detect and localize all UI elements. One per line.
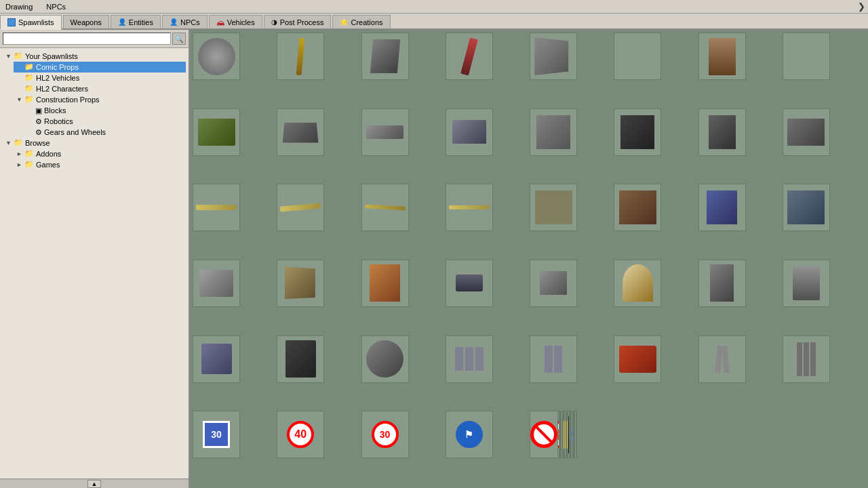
grid-cell-7[interactable] <box>783 33 830 80</box>
grid-cell-28[interactable] <box>530 260 577 307</box>
tab-weapons[interactable]: Weapons <box>63 15 109 28</box>
grid-cell-2[interactable] <box>361 33 409 80</box>
grid-cell-34[interactable] <box>361 336 409 383</box>
tree-item-games[interactable]: ► 📁 Games <box>14 159 186 170</box>
tab-creations[interactable]: ⭐ Creations <box>332 15 390 28</box>
tree-item-robotics[interactable]: ⚙ Robotics <box>24 116 186 127</box>
grid-cell-17[interactable] <box>277 184 324 231</box>
tab-creations-label: Creations <box>351 18 382 26</box>
grid-cell-37[interactable] <box>614 336 661 383</box>
grid-cell-38[interactable] <box>698 336 746 383</box>
grid-cell-26[interactable] <box>361 260 409 307</box>
cell-inner-9 <box>283 123 319 143</box>
grid-cell-4[interactable] <box>530 33 577 80</box>
grid-cell-1[interactable] <box>277 33 324 80</box>
grid-cell-32[interactable] <box>193 336 240 383</box>
grid-cell-33[interactable] <box>277 336 324 383</box>
grid-cell-15[interactable] <box>783 108 830 156</box>
tree-item-comic-props[interactable]: 📁 Comic Props <box>14 62 186 73</box>
robotics-icon: ⚙ <box>35 117 42 126</box>
cell-inner-11 <box>452 120 486 144</box>
tree-label-hl2v: HL2 Vehicles <box>36 74 79 82</box>
tree-item-construction[interactable]: ▼ 📁 Construction Props <box>14 94 186 105</box>
grid-cell-10[interactable] <box>361 108 409 156</box>
tab-entities[interactable]: 👤 Entities <box>111 15 161 28</box>
tab-bar: Spawnlists Weapons 👤 Entities 👤 NPCs 🚗 V… <box>0 14 868 30</box>
grid-cell-5[interactable] <box>614 33 661 80</box>
grid-cell-30[interactable] <box>698 260 746 307</box>
tab-weapons-label: Weapons <box>71 18 102 26</box>
grid-cell-35[interactable] <box>446 336 493 383</box>
grid-cell-21[interactable] <box>614 184 661 231</box>
tree-view: ▼ 📁 Your Spawnlists 📁 Comic Props 📁 HL2 … <box>0 48 189 479</box>
grid-cell-6[interactable] <box>698 33 746 80</box>
spawnlists-icon <box>7 18 16 26</box>
cell-inner-35 <box>449 339 490 380</box>
tree-item-hl2-vehicles[interactable]: 📁 HL2 Vehicles <box>14 73 186 83</box>
grid-cell-18[interactable] <box>361 184 409 231</box>
grid-cell-55[interactable] <box>574 411 576 458</box>
cell-inner-44 <box>530 414 557 455</box>
grid-cell-16[interactable] <box>193 184 240 231</box>
tree-item-gears[interactable]: ⚙ Gears and Wheels <box>24 127 186 138</box>
grid-cell-24[interactable] <box>193 260 240 307</box>
grid-cell-22[interactable] <box>698 184 746 231</box>
bottom-left-btn[interactable]: ▲ <box>87 480 101 488</box>
tab-npcs[interactable]: 👤 NPCs <box>162 15 208 28</box>
grid-cell-12[interactable] <box>530 108 577 156</box>
tree-label-addons: Addons <box>36 150 61 158</box>
grid-cell-44[interactable]: ⛔ Е К Д <box>530 411 577 458</box>
tree-item-blocks[interactable]: ▣ Blocks <box>24 105 186 116</box>
cell-inner-17 <box>280 203 321 212</box>
grid-cell-36[interactable] <box>530 336 577 383</box>
cell-inner-15 <box>787 119 825 146</box>
folder-icon-addons: 📁 <box>24 149 34 159</box>
cell-inner-38 <box>702 339 743 380</box>
grid-cell-8[interactable] <box>193 108 240 156</box>
tab-vehicles[interactable]: 🚗 Vehicles <box>209 15 262 28</box>
tree-label-spawnlists: Your Spawnlists <box>25 52 78 60</box>
grid-cell-14[interactable] <box>698 108 746 156</box>
grid-cell-20[interactable] <box>530 184 577 231</box>
tree-item-spawnlists[interactable]: ▼ 📁 Your Spawnlists <box>3 51 186 62</box>
cell-inner-13 <box>620 115 654 149</box>
grid-cell-9[interactable] <box>277 108 324 156</box>
menu-npcs[interactable]: NPCs <box>43 3 68 11</box>
grid-cell-27[interactable] <box>446 260 493 307</box>
grid-cell-13[interactable] <box>614 108 661 156</box>
cell-inner-28 <box>540 271 567 295</box>
grid-cell-29[interactable] <box>614 260 661 307</box>
tree-label-browse: Browse <box>25 139 50 147</box>
tree-item-addons[interactable]: ► 📁 Addons <box>14 148 186 159</box>
grid-cell-31[interactable] <box>783 260 830 307</box>
tab-postprocess[interactable]: ◑ Post Process <box>264 15 332 28</box>
folder-icon-spawnlists: 📁 <box>14 52 23 61</box>
grid-cell-43[interactable]: ⚑ <box>446 411 493 458</box>
grid-cell-42[interactable]: 30 <box>361 411 409 458</box>
search-button[interactable]: 🔍 <box>172 33 186 45</box>
search-input[interactable] <box>3 33 171 45</box>
expand-btn[interactable]: ❯ <box>858 1 865 12</box>
grid-cell-25[interactable] <box>277 260 324 307</box>
grid-cell-39[interactable] <box>783 336 830 383</box>
grid-cell-0[interactable] <box>193 33 240 80</box>
menu-drawing[interactable]: Drawing <box>3 3 35 11</box>
tree-item-hl2-chars[interactable]: 📁 HL2 Characters <box>14 83 186 94</box>
center-panel[interactable]: 30 40 30 ⚑ ⛔ Е К Д ⚒ Tools Ut <box>190 30 868 488</box>
npcs-icon: 👤 <box>170 18 178 26</box>
grid-cell-23[interactable] <box>783 184 830 231</box>
grid-cell-3[interactable] <box>446 33 493 80</box>
tree-item-browse[interactable]: ▼ 📁 Browse <box>3 138 186 148</box>
search-bar: 🔍 <box>0 30 189 48</box>
tree-label-hl2c: HL2 Characters <box>36 85 88 93</box>
grid-cell-11[interactable] <box>446 108 493 156</box>
grid-cell-19[interactable] <box>446 184 493 231</box>
cell-inner-20 <box>535 190 572 224</box>
grid-cell-40[interactable]: 30 <box>193 411 240 458</box>
grid-cell-41[interactable]: 40 <box>277 411 324 458</box>
folder-icon-hl2v: 📁 <box>24 73 34 83</box>
folder-icon-games: 📁 <box>24 160 34 169</box>
tab-spawnlists[interactable]: Spawnlists <box>0 15 62 30</box>
vehicles-icon: 🚗 <box>216 18 224 26</box>
cell-inner-0 <box>198 38 235 75</box>
